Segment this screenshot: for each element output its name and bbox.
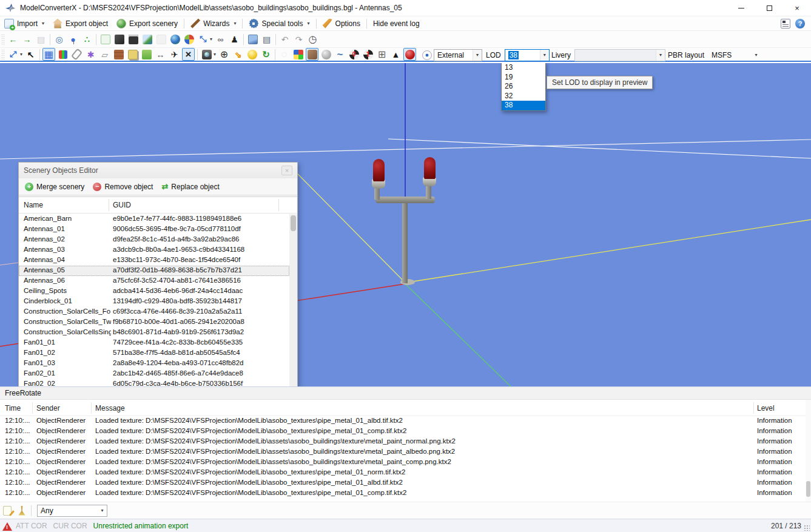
livery-combo[interactable]: ▾ — [574, 49, 665, 61]
cross-axes-icon[interactable] — [182, 48, 195, 61]
texture-editor-icon[interactable] — [113, 33, 126, 45]
material-editor-icon[interactable] — [99, 33, 112, 45]
table-row-selected[interactable]: Antennas_05a70df3f2-0d1b-4689-8638-b5c7b… — [19, 266, 289, 276]
edit-filter-icon[interactable] — [1, 505, 13, 517]
dialog-scrollbar[interactable] — [289, 214, 297, 386]
lod-option[interactable]: 32 — [502, 92, 545, 101]
polygon-icon[interactable] — [126, 48, 139, 61]
attach-points-icon[interactable] — [214, 33, 227, 45]
replace-object-button[interactable]: ⇄ Replace object — [161, 182, 219, 191]
close-icon[interactable]: × — [281, 166, 292, 175]
table-row[interactable]: Fan01_032a8a8e49-1204-4eba-a493-071cc48f… — [19, 359, 289, 369]
log-row[interactable]: 12:10:...ObjectRendererLoaded texture: D… — [0, 426, 811, 437]
log-row[interactable]: 12:10:...ObjectRendererLoaded texture: D… — [0, 468, 811, 478]
table-row[interactable]: Ceiling_Spotsadcba414-5d36-4eb6-96df-24a… — [19, 286, 289, 297]
render-mode-combo[interactable]: External ▾ — [434, 49, 482, 61]
description-icon[interactable] — [260, 33, 273, 45]
log-row[interactable]: 12:10:...ObjectRendererLoaded texture: D… — [0, 488, 811, 499]
axes-icon[interactable] — [56, 48, 69, 61]
table-row[interactable]: American_Barne9b0e1e7-fe77-44fc-9883-119… — [19, 214, 289, 224]
apple-icon[interactable] — [403, 48, 416, 61]
bulb-icon[interactable] — [246, 48, 258, 61]
cursor-icon[interactable] — [24, 48, 37, 61]
placemark-icon[interactable] — [67, 33, 79, 45]
event-log-header[interactable]: Time Sender Message Level — [0, 400, 811, 416]
menu-export-object[interactable]: Export object — [49, 17, 112, 30]
screenshot-icon[interactable] — [246, 33, 259, 45]
hierarchy-icon[interactable] — [81, 33, 93, 45]
animation-editor-icon[interactable] — [127, 33, 140, 45]
table-row[interactable]: Fan02_012abc1b42-d465-485f-86e6-a7c44e9d… — [19, 369, 289, 379]
lod-option[interactable]: 19 — [502, 73, 545, 82]
back-icon[interactable] — [7, 33, 19, 45]
fit-view-icon[interactable] — [7, 48, 19, 61]
dropdown-caret-icon[interactable]: ▾ — [98, 505, 107, 516]
earth-image-icon[interactable] — [141, 33, 153, 45]
particles-icon[interactable] — [84, 48, 97, 61]
menu-wizards[interactable]: Wizards▾ — [186, 17, 240, 30]
sphere-icon[interactable] — [320, 48, 332, 61]
close-button[interactable]: × — [783, 0, 811, 16]
refresh-icon[interactable] — [260, 48, 272, 61]
menu-import[interactable]: Import▾ — [0, 17, 49, 30]
cone-icon[interactable] — [389, 48, 402, 61]
dropdown-caret-icon[interactable]: ▾ — [214, 52, 216, 57]
statistics-icon[interactable] — [183, 33, 195, 45]
preview-icon[interactable] — [53, 33, 66, 45]
dropdown-caret-icon[interactable]: ▾ — [210, 36, 212, 42]
menu-export-scenery[interactable]: Export scenery — [112, 17, 182, 30]
remove-object-button[interactable]: − Remove object — [93, 183, 153, 191]
help-icon[interactable] — [795, 19, 805, 29]
log-row[interactable]: 12:10:...ObjectRendererLoaded texture: D… — [0, 478, 811, 488]
image-disabled-icon[interactable] — [155, 33, 167, 45]
globe-icon[interactable] — [169, 33, 181, 45]
menu-special-tools[interactable]: Special tools▾ — [244, 17, 314, 30]
objects-table-header[interactable]: Name GUID — [19, 197, 297, 214]
color-cube-icon[interactable] — [292, 48, 305, 61]
menu-hide-event-log[interactable]: Hide event log — [369, 17, 424, 30]
merge-scenery-button[interactable]: + Merge scenery — [25, 183, 84, 191]
table-row[interactable]: Antennas_019006dc55-3695-4fbe-9c7a-05cd7… — [19, 224, 289, 235]
table-row[interactable]: Construction_SolarCells_Tw...f9b68710-b0… — [19, 317, 289, 328]
log-row[interactable]: 12:10:...ObjectRendererLoaded texture: D… — [0, 416, 811, 426]
forward-icon[interactable] — [21, 33, 33, 45]
event-log-icon[interactable] — [781, 19, 790, 29]
sunlight-icon[interactable] — [232, 48, 244, 61]
bones-icon[interactable] — [228, 33, 241, 45]
ground-icon[interactable] — [140, 48, 153, 61]
table-row[interactable]: Antennas_03a3dcb9cb-8b0a-4ae1-9653-c9bd4… — [19, 245, 289, 255]
wire-sphere-icon[interactable] — [278, 48, 291, 61]
menu-options[interactable]: Options — [318, 17, 365, 30]
lod-option-selected[interactable]: 38 — [502, 101, 545, 110]
resize-grip[interactable] — [804, 525, 810, 531]
table-row[interactable]: Fan02_026d05c79d-c3ca-4e4b-b6ce-b750336b… — [19, 379, 289, 386]
redo-icon[interactable] — [292, 33, 305, 45]
clear-log-icon[interactable] — [16, 505, 28, 517]
lod-combo[interactable]: 38 ▾ — [505, 49, 550, 61]
table-row[interactable]: Fan01_02571ba38e-f7f5-4da8-b81d-ab50545a… — [19, 348, 289, 359]
scrollbar-thumb[interactable] — [806, 481, 810, 497]
table-row[interactable]: Antennas_02d9fea25f-8c1c-451d-a4fb-3a92a… — [19, 235, 289, 245]
scale-icon[interactable] — [197, 33, 209, 45]
ruler-icon[interactable] — [154, 48, 167, 61]
lod0-ball-icon[interactable] — [348, 48, 360, 61]
brick-icon[interactable] — [112, 48, 125, 61]
dropdown-caret-icon[interactable]: ▾ — [20, 52, 22, 57]
preview-viewport[interactable]: 13 19 26 32 38 Set LOD to display in pre… — [0, 63, 811, 386]
dialog-title-bar[interactable]: Scenery Objects Editor × — [19, 163, 297, 178]
camera-icon[interactable] — [200, 48, 213, 61]
notes-icon[interactable] — [35, 33, 47, 45]
paperclip-icon[interactable] — [70, 48, 83, 61]
lod1-ball-icon[interactable] — [362, 48, 374, 61]
maximize-button[interactable] — [755, 0, 783, 16]
level-filter-combo[interactable]: Any ▾ — [37, 505, 107, 517]
table-row[interactable]: Cinderblock_0113194df0-c929-480a-bdf8-35… — [19, 297, 289, 307]
log-row[interactable]: 12:10:...ObjectRendererLoaded texture: D… — [0, 447, 811, 457]
clock-icon[interactable] — [306, 33, 319, 45]
log-row[interactable]: 12:10:...ObjectRendererLoaded texture: D… — [0, 437, 811, 447]
plane-icon[interactable] — [168, 48, 181, 61]
table-row[interactable]: Fan01_0174729cee-f41a-4c2c-833b-8cb60455… — [19, 338, 289, 348]
table-row[interactable]: Antennas_04e133bc11-973c-4b70-8eac-1f54d… — [19, 255, 289, 266]
dropdown-caret-icon[interactable]: ▾ — [752, 50, 761, 61]
log-row[interactable]: 12:10:...ObjectRendererLoaded texture: D… — [0, 457, 811, 468]
